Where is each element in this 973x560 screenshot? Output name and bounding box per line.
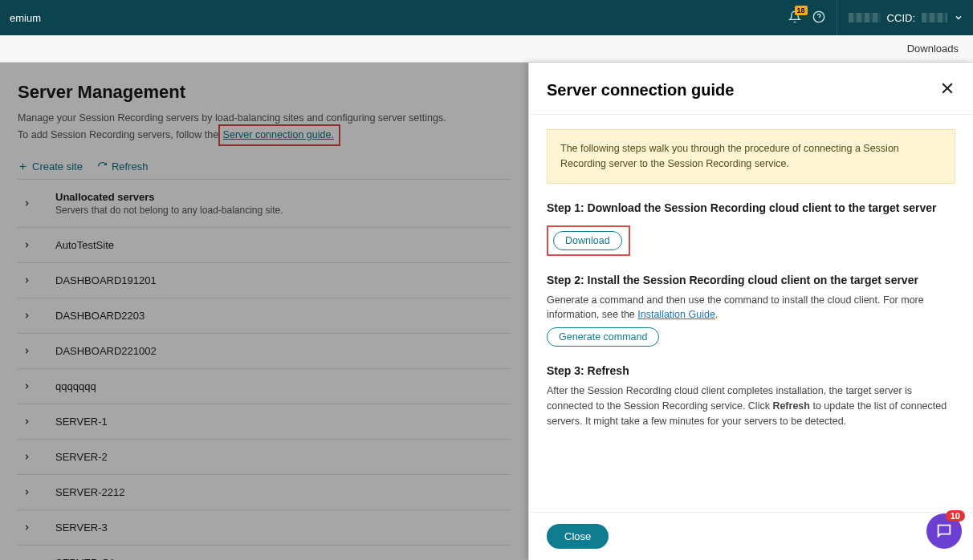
- create-site-button[interactable]: Create site: [18, 160, 83, 172]
- chat-icon: [935, 522, 953, 540]
- chevron-right-icon: [22, 347, 31, 355]
- ccid-label: CCID:: [887, 12, 915, 24]
- site-row[interactable]: DASHBOARD191201: [18, 263, 511, 298]
- site-row[interactable]: SERVER-3: [18, 510, 511, 546]
- notifications-button[interactable]: 18: [788, 10, 801, 26]
- chat-count-badge: 10: [946, 510, 965, 521]
- refresh-icon: [97, 161, 108, 172]
- main-content: Server Management Manage your Session Re…: [0, 63, 528, 560]
- brand-fragment: emium: [10, 12, 41, 24]
- help-button[interactable]: [812, 10, 825, 26]
- connection-guide-panel: Server connection guide The following st…: [528, 63, 973, 560]
- chevron-right-icon: [22, 382, 31, 391]
- plus-icon: [18, 161, 28, 172]
- chevron-right-icon: [22, 276, 31, 285]
- site-row[interactable]: AutoTestSite: [18, 228, 511, 263]
- step-1: Step 1: Download the Session Recording c…: [547, 201, 955, 256]
- unallocated-row[interactable]: Unallocated servers Servers that do not …: [18, 179, 511, 228]
- site-row[interactable]: DASHBOARD2203: [18, 298, 511, 334]
- chevron-right-icon: [22, 241, 31, 250]
- site-row[interactable]: SERVER-2: [18, 440, 511, 475]
- page-description: Manage your Session Recording servers by…: [18, 111, 511, 146]
- site-row[interactable]: SERVER-1: [18, 404, 511, 440]
- chevron-right-icon: [22, 199, 31, 208]
- page-title: Server Management: [18, 82, 511, 103]
- refresh-button[interactable]: Refresh: [97, 160, 149, 172]
- chevron-right-icon: [22, 417, 31, 426]
- site-list: Unallocated servers Servers that do not …: [18, 179, 511, 561]
- site-row[interactable]: SERVER-C1: [18, 546, 511, 561]
- notification-count-badge: 18: [795, 6, 808, 15]
- site-row[interactable]: SERVER-2212: [18, 475, 511, 510]
- close-panel-button[interactable]: [939, 80, 955, 99]
- step-3: Step 3: Refresh After the Session Record…: [547, 364, 955, 428]
- ccid-value-redacted: [922, 13, 947, 22]
- installation-guide-link[interactable]: Installation Guide: [637, 309, 715, 320]
- chevron-right-icon: [22, 523, 31, 532]
- close-button[interactable]: Close: [547, 524, 609, 549]
- site-row[interactable]: DASHBOARD221002: [18, 334, 511, 369]
- account-logo: [849, 13, 881, 22]
- help-chat-button[interactable]: 10: [926, 513, 962, 549]
- help-icon: [812, 10, 825, 23]
- server-connection-guide-link[interactable]: Server connection guide.: [223, 129, 334, 140]
- panel-title: Server connection guide: [547, 81, 734, 99]
- chevron-right-icon: [22, 311, 31, 320]
- info-banner: The following steps walk you through the…: [547, 129, 955, 184]
- account-menu[interactable]: CCID:: [837, 0, 963, 35]
- chevron-right-icon: [22, 452, 31, 461]
- site-row[interactable]: qqqqqqq: [18, 369, 511, 404]
- generate-command-button[interactable]: Generate command: [547, 327, 659, 347]
- chevron-right-icon: [22, 488, 31, 497]
- download-button[interactable]: Download: [553, 231, 622, 250]
- top-bar: emium 18 CCID:: [0, 0, 973, 35]
- downloads-link[interactable]: Downloads: [907, 43, 959, 55]
- step-2: Step 2: Install the Session Recording cl…: [547, 274, 955, 347]
- chevron-down-icon: [954, 13, 963, 22]
- sub-bar: Downloads: [0, 35, 973, 63]
- close-icon: [939, 80, 955, 96]
